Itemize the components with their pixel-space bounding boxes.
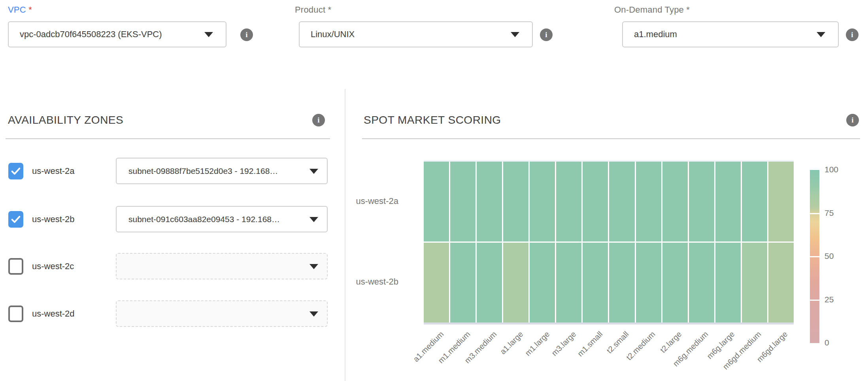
heatmap-cell-us-west-2a-t2.large[interactable] (662, 162, 688, 241)
on-demand-type-label: On-Demand Type * (614, 5, 690, 15)
heatmap-cell-us-west-2a-t2.small[interactable] (609, 162, 634, 241)
product-info-icon[interactable]: i (540, 28, 553, 41)
heatmap-cell-us-west-2b-m3.large[interactable] (556, 243, 581, 323)
heatmap-colorbar (810, 170, 819, 343)
checkmark-icon (10, 165, 22, 177)
colorbar-tick-label: 100 (825, 165, 852, 174)
chevron-down-icon (309, 311, 318, 317)
chevron-down-icon (511, 32, 519, 37)
heatmap-cell-us-west-2b-m1.large[interactable] (530, 243, 555, 323)
heatmap-cell-us-west-2a-m3.medium[interactable] (477, 162, 502, 241)
heatmap-cell-us-west-2b-m1.small[interactable] (583, 243, 608, 323)
heatmap-cell-us-west-2b-a1.large[interactable] (503, 243, 528, 323)
product-select-value: Linux/UNIX (311, 22, 355, 47)
checkbox-checked[interactable] (8, 163, 23, 179)
required-asterisk: * (328, 5, 332, 15)
heatmap-xlabel: a1.medium (378, 330, 446, 381)
colorbar-tick-label: 0 (825, 338, 852, 347)
zone-label: us-west-2b (32, 206, 75, 232)
on-demand-type-select-value: a1.medium (634, 22, 677, 47)
heatmap-cell-us-west-2b-m6gd.medium[interactable] (742, 243, 767, 323)
colorbar-tick-label: 50 (825, 251, 852, 261)
vpc-label-text: VPC (8, 5, 26, 15)
on-demand-type-info-icon[interactable]: i (846, 28, 859, 41)
subnet-select[interactable]: subnet-091c603aa82e09453 - 192.168… (116, 206, 328, 232)
heatmap-ylabel: us-west-2b (347, 277, 398, 287)
spot-market-heatmap (424, 162, 794, 323)
spot-market-scoring-title: SPOT MARKET SCORING (364, 114, 501, 126)
heatmap-cell-us-west-2a-m1.medium[interactable] (450, 162, 476, 241)
subnet-select[interactable] (116, 300, 328, 327)
heatmap-cell-us-west-2a-m1.large[interactable] (530, 162, 555, 241)
chevron-down-icon (204, 32, 213, 37)
heatmap-cell-us-west-2b-a1.medium[interactable] (424, 243, 449, 323)
subnet-select[interactable]: subnet-09888f7be5152d0e3 - 192.168… (116, 158, 328, 184)
checkbox-unchecked[interactable] (8, 258, 23, 275)
availability-zones-title: AVAILABILITY ZONES (8, 114, 123, 126)
heatmap-cell-us-west-2a-a1.large[interactable] (503, 162, 528, 241)
subnet-select-value: subnet-09888f7be5152d0e3 - 192.168… (128, 158, 278, 183)
vpc-label: VPC * (8, 5, 32, 15)
heatmap-cell-us-west-2a-m1.small[interactable] (583, 162, 608, 241)
vpc-select[interactable]: vpc-0adcb70f645508223 (EKS-VPC) (8, 21, 226, 47)
heatmap-cell-us-west-2a-m6gd.medium[interactable] (742, 162, 767, 241)
colorbar-tick-label: 75 (825, 208, 852, 218)
product-label: Product * (295, 5, 331, 15)
checkmark-icon (10, 213, 22, 225)
heatmap-cell-us-west-2b-m6g.large[interactable] (715, 243, 741, 323)
availability-zones-info-icon[interactable]: i (312, 114, 325, 126)
chevron-down-icon (817, 32, 825, 37)
availability-zone-row: us-west-2d (0, 300, 345, 327)
vpc-select-value: vpc-0adcb70f645508223 (EKS-VPC) (20, 22, 162, 47)
heatmap-cell-us-west-2a-m6gd.large[interactable] (768, 162, 794, 241)
heatmap-ylabel: us-west-2a (347, 196, 398, 206)
availability-zone-row: us-west-2asubnet-09888f7be5152d0e3 - 192… (0, 158, 345, 184)
zone-label: us-west-2a (32, 158, 75, 184)
vpc-info-icon[interactable]: i (240, 28, 253, 41)
chevron-down-icon (309, 217, 318, 222)
zone-label: us-west-2d (32, 300, 75, 327)
spot-market-scoring-divider (362, 138, 860, 139)
heatmap-cell-us-west-2a-m6g.medium[interactable] (689, 162, 714, 241)
availability-zone-row: us-west-2c (0, 253, 345, 279)
on-demand-type-label-text: On-Demand Type (614, 5, 684, 15)
subnet-select[interactable] (116, 253, 328, 279)
colorbar-tick-line (810, 256, 819, 257)
heatmap-cell-us-west-2b-m3.medium[interactable] (477, 243, 502, 323)
heatmap-cell-us-west-2a-m6g.large[interactable] (715, 162, 741, 241)
heatmap-cell-us-west-2b-t2.small[interactable] (609, 243, 634, 323)
colorbar-tick-line (810, 213, 819, 214)
heatmap-cell-us-west-2b-m6gd.large[interactable] (768, 243, 794, 323)
checkbox-checked[interactable] (8, 211, 23, 228)
heatmap-cell-us-west-2a-a1.medium[interactable] (424, 162, 449, 241)
heatmap-cell-us-west-2b-m1.medium[interactable] (450, 243, 476, 323)
chevron-down-icon (309, 264, 318, 269)
availability-zones-divider (6, 138, 330, 139)
on-demand-type-select[interactable]: a1.medium (622, 21, 839, 47)
spot-market-scoring-info-icon[interactable]: i (846, 114, 859, 126)
section-vertical-divider (345, 89, 345, 381)
subnet-select-value: subnet-091c603aa82e09453 - 192.168… (128, 207, 280, 232)
heatmap-cell-us-west-2a-t2.medium[interactable] (636, 162, 661, 241)
heatmap-cell-us-west-2b-t2.medium[interactable] (636, 243, 661, 323)
checkbox-unchecked[interactable] (8, 306, 23, 322)
availability-zone-row: us-west-2bsubnet-091c603aa82e09453 - 192… (0, 206, 345, 232)
required-asterisk: * (28, 5, 32, 15)
heatmap-cell-us-west-2b-t2.large[interactable] (662, 243, 688, 323)
required-asterisk: * (686, 5, 690, 15)
chevron-down-icon (309, 169, 318, 174)
heatmap-cell-us-west-2b-m6g.medium[interactable] (689, 243, 714, 323)
heatmap-cell-us-west-2a-m3.large[interactable] (556, 162, 581, 241)
heatmap-bottom-axis-line (424, 323, 794, 324)
zone-label: us-west-2c (32, 253, 74, 279)
colorbar-tick-label: 25 (825, 295, 852, 304)
colorbar-tick-line (810, 300, 819, 301)
spot-instance-config-page: VPC * vpc-0adcb70f645508223 (EKS-VPC) i … (0, 0, 868, 381)
product-label-text: Product (295, 5, 325, 15)
product-select[interactable]: Linux/UNIX (299, 21, 533, 47)
